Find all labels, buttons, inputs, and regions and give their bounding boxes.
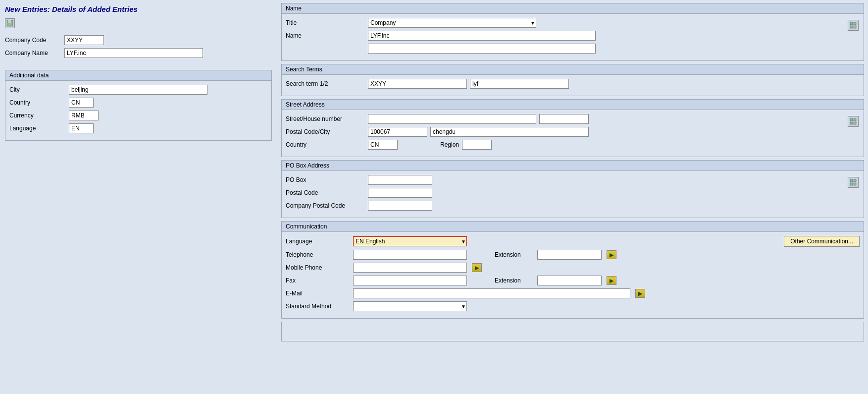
country-input[interactable] xyxy=(69,98,94,108)
svg-rect-1 xyxy=(8,20,11,23)
svg-rect-6 xyxy=(854,26,856,28)
name-fields: Title Company Mr. Ms. ▼ Na xyxy=(286,18,847,56)
fax-ext-input[interactable] xyxy=(537,276,602,285)
email-arrow-icon[interactable]: ▶ xyxy=(635,289,645,298)
search-term-1-input[interactable] xyxy=(368,79,467,89)
currency-input[interactable] xyxy=(69,111,99,120)
title-dropdown-container: Company Mr. Ms. ▼ xyxy=(368,18,536,28)
city-label: City xyxy=(9,86,69,93)
search-terms-header: Search Terms xyxy=(282,64,864,75)
company-code-label: Company Code xyxy=(5,37,64,44)
street-input[interactable] xyxy=(368,114,536,124)
svg-rect-10 xyxy=(854,122,856,124)
communication-content: Language EN English DE German ZH Chinese… xyxy=(282,232,864,318)
fax-input[interactable] xyxy=(353,276,467,285)
street-grid-icon[interactable] xyxy=(848,116,859,127)
additional-data-content: City Country Currency Language xyxy=(5,81,271,140)
name-input-1[interactable] xyxy=(368,31,596,41)
po-box-input[interactable] xyxy=(368,175,432,185)
email-input[interactable] xyxy=(353,288,630,298)
comm-language-label: Language xyxy=(286,238,350,245)
search-term-2-input[interactable] xyxy=(470,79,569,89)
po-box-content: PO Box Postal Code Company Postal Code xyxy=(282,171,864,218)
region-label: Region xyxy=(440,141,459,148)
email-row: E-Mail ▶ xyxy=(286,288,860,298)
additional-data-box: Additional data City Country Currency La… xyxy=(5,70,272,141)
city-input[interactable] xyxy=(69,85,207,95)
country-street-label: Country xyxy=(286,141,365,148)
svg-rect-11 xyxy=(850,179,853,182)
company-postal-label: Company Postal Code xyxy=(286,202,365,209)
telephone-row: Telephone Extension ▶ xyxy=(286,250,860,260)
fax-row: Fax Extension ▶ xyxy=(286,276,860,285)
mobile-label: Mobile Phone xyxy=(286,264,350,271)
comm-language-dropdown-container: EN English DE German ZH Chinese ▼ xyxy=(353,236,467,246)
mobile-input[interactable] xyxy=(353,263,467,273)
svg-rect-8 xyxy=(854,118,856,121)
name-section: Name Title Company Mr. Ms. xyxy=(281,3,864,61)
po-box-fields: PO Box Postal Code Company Postal Code xyxy=(286,175,847,214)
std-method-select[interactable]: E-Mail Fax xyxy=(353,301,467,311)
company-postal-input[interactable] xyxy=(368,201,432,211)
fax-arrow-btn-container: ▶ xyxy=(607,276,616,285)
mobile-arrow-icon[interactable]: ▶ xyxy=(472,263,482,272)
name-grid-icon[interactable] xyxy=(848,20,859,31)
street-label: Street/House number xyxy=(286,115,365,122)
comm-language-row: Language EN English DE German ZH Chinese… xyxy=(286,236,860,247)
search-term-row: Search term 1/2 xyxy=(286,79,860,89)
title-select[interactable]: Company Mr. Ms. xyxy=(368,18,536,28)
svg-rect-5 xyxy=(850,26,853,28)
name-row: Name xyxy=(286,31,847,41)
city-street-input[interactable] xyxy=(430,127,589,137)
svg-rect-14 xyxy=(854,183,856,185)
comm-language-select[interactable]: EN English DE German ZH Chinese xyxy=(353,236,467,246)
street-address-section: Street Address Street/House number Posta… xyxy=(281,99,864,157)
extension-label: Extension xyxy=(495,251,534,258)
street-fields: Street/House number Postal Code/City Cou… xyxy=(286,114,847,153)
country-street-row: Country Region xyxy=(286,140,847,150)
svg-rect-9 xyxy=(850,122,853,124)
svg-rect-2 xyxy=(8,24,12,26)
telephone-arrow-icon[interactable]: ▶ xyxy=(607,250,616,259)
street-row: Street/House number xyxy=(286,114,847,124)
telephone-input[interactable] xyxy=(353,250,467,260)
house-input[interactable] xyxy=(539,114,589,124)
telephone-arrow-btn-container: ▶ xyxy=(607,250,616,259)
search-terms-section: Search Terms Search term 1/2 xyxy=(281,64,864,96)
icon-bar xyxy=(0,16,277,30)
city-row: City xyxy=(9,85,267,95)
other-communication-button[interactable]: Other Communication... xyxy=(784,236,860,247)
po-box-section: PO Box Address PO Box Postal Code Co xyxy=(281,160,864,218)
po-postal-label: Postal Code xyxy=(286,189,365,196)
svg-rect-4 xyxy=(854,22,856,25)
email-arrow-btn-container: ▶ xyxy=(635,289,645,298)
email-label: E-Mail xyxy=(286,290,350,297)
company-postal-row: Company Postal Code xyxy=(286,201,847,211)
street-section-btn-col xyxy=(847,114,860,129)
save-icon[interactable] xyxy=(5,18,15,28)
svg-rect-13 xyxy=(850,183,853,185)
po-box-grid-icon[interactable] xyxy=(848,177,859,188)
svg-rect-12 xyxy=(854,179,856,182)
company-name-input[interactable] xyxy=(64,48,203,58)
po-box-row: PO Box xyxy=(286,175,847,185)
company-code-input[interactable] xyxy=(64,35,104,45)
fax-ext-label: Extension xyxy=(495,277,534,284)
postal-city-label: Postal Code/City xyxy=(286,128,365,135)
company-code-row: Company Code xyxy=(5,35,272,45)
country-street-input[interactable] xyxy=(368,140,398,150)
company-name-label: Company Name xyxy=(5,50,64,56)
name-section-content: Title Company Mr. Ms. ▼ Na xyxy=(282,14,864,60)
po-box-header: PO Box Address xyxy=(282,161,864,171)
language-row: Language xyxy=(9,123,267,133)
region-input[interactable] xyxy=(462,140,492,150)
po-postal-input[interactable] xyxy=(368,188,432,198)
country-row: Country xyxy=(9,98,267,108)
language-input[interactable] xyxy=(69,123,94,133)
std-method-row: Standard Method E-Mail Fax ▼ xyxy=(286,301,860,311)
left-panel: New Entries: Details of Added Entries Co… xyxy=(0,0,277,394)
extension-input[interactable] xyxy=(537,250,602,260)
fax-arrow-icon[interactable]: ▶ xyxy=(607,276,616,285)
postal-code-input[interactable] xyxy=(368,127,427,137)
name-input-2[interactable] xyxy=(368,44,596,54)
